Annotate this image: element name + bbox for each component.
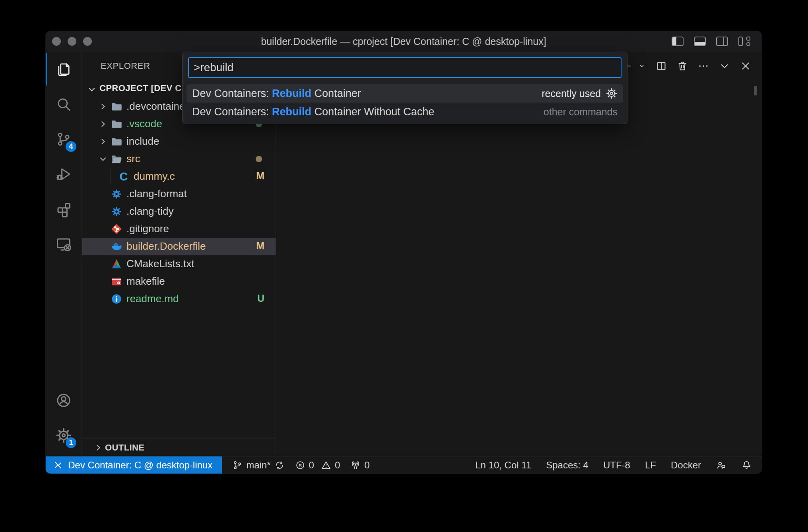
command-item[interactable]: Dev Containers: Rebuild Container recent… bbox=[186, 84, 623, 103]
folder-icon bbox=[111, 118, 122, 130]
file-label: src bbox=[126, 153, 140, 165]
git-status-badge: U bbox=[257, 293, 264, 304]
branch-status[interactable]: main* bbox=[232, 460, 284, 471]
warning-count: 0 bbox=[335, 460, 340, 471]
remote-explorer-icon bbox=[55, 236, 72, 252]
command-label: Dev Containers: Rebuild Container Withou… bbox=[192, 106, 434, 118]
file-label: .clang-tidy bbox=[126, 205, 174, 217]
chevron-down-small-icon[interactable] bbox=[637, 60, 647, 72]
ports-status[interactable]: 0 bbox=[350, 460, 369, 471]
file-label: builder.Dockerfile bbox=[126, 240, 206, 252]
activity-item-settings[interactable]: 1 bbox=[46, 418, 82, 453]
command-item[interactable]: Dev Containers: Rebuild Container Withou… bbox=[186, 103, 623, 121]
activity-item-explorer[interactable] bbox=[46, 52, 82, 87]
customize-layout-icon[interactable] bbox=[738, 37, 751, 46]
indentation[interactable]: Spaces: 4 bbox=[546, 460, 589, 471]
extensions-icon bbox=[55, 201, 72, 217]
tree-item-readme.md[interactable]: readme.mdU bbox=[82, 290, 276, 308]
file-label: dummy.c bbox=[134, 170, 175, 183]
file-label: .vscode bbox=[126, 118, 162, 130]
desktop-background: builder.Dockerfile — cproject [Dev Conta… bbox=[0, 0, 808, 532]
activity-item-extensions[interactable] bbox=[46, 192, 82, 227]
command-results: Dev Containers: Rebuild Container recent… bbox=[186, 84, 623, 121]
chevron-right-icon bbox=[98, 136, 108, 147]
tree-item-makefile[interactable]: makefile bbox=[82, 273, 276, 290]
sync-icon bbox=[274, 460, 285, 470]
cmake-icon bbox=[111, 258, 122, 270]
tree-item-CMakeLists.txt[interactable]: CMakeLists.txt bbox=[82, 255, 276, 273]
ports-icon bbox=[350, 460, 361, 470]
chevron-down-icon bbox=[98, 154, 108, 164]
status-bar-right: Ln 10, Col 11Spaces: 4UTF-8LFDocker bbox=[475, 460, 752, 471]
encoding[interactable]: UTF-8 bbox=[603, 460, 630, 471]
split-icon[interactable] bbox=[655, 60, 668, 72]
feedback-icon[interactable] bbox=[716, 460, 726, 470]
activity-bar-bottom: 1 bbox=[46, 383, 82, 453]
badge: 1 bbox=[66, 437, 76, 448]
tree-item-src[interactable]: src bbox=[82, 150, 276, 168]
ports-count: 0 bbox=[364, 460, 369, 471]
badge: 4 bbox=[66, 141, 76, 152]
files-icon bbox=[55, 61, 72, 78]
git-decoration-dot bbox=[256, 156, 262, 162]
command-input[interactable]: >rebuild bbox=[188, 57, 622, 78]
folder-icon bbox=[111, 136, 122, 148]
toggle-primary-sidebar-icon[interactable] bbox=[672, 37, 684, 46]
command-query: >rebuild bbox=[194, 61, 233, 74]
activity-item-remote-explorer[interactable] bbox=[46, 227, 82, 262]
language-mode[interactable]: Docker bbox=[671, 460, 701, 471]
remote-icon bbox=[53, 460, 63, 470]
gear-file-icon bbox=[111, 188, 122, 200]
chevron-right-icon bbox=[98, 119, 108, 129]
command-palette: >rebuild Dev Containers: Rebuild Contain… bbox=[182, 52, 627, 124]
file-label: .gitignore bbox=[126, 223, 169, 235]
file-label: CMakeLists.txt bbox=[126, 258, 194, 270]
indent-guide bbox=[111, 169, 111, 184]
file-label: makefile bbox=[126, 275, 165, 287]
vscode-window: builder.Dockerfile — cproject [Dev Conta… bbox=[46, 31, 761, 474]
tree-item-include[interactable]: include bbox=[82, 133, 276, 150]
chevron-right-icon bbox=[98, 101, 108, 112]
activity-item-search[interactable] bbox=[46, 87, 82, 122]
tree-item-.clang-tidy[interactable]: .clang-tidy bbox=[82, 203, 276, 220]
file-label: .clang-format bbox=[126, 188, 187, 200]
title-bar: builder.Dockerfile — cproject [Dev Conta… bbox=[46, 31, 761, 52]
configure-keybinding-gear-icon[interactable] bbox=[606, 87, 618, 99]
activity-item-source-control[interactable]: 4 bbox=[46, 122, 82, 157]
problems-status[interactable]: 00 bbox=[295, 460, 340, 471]
remote-indicator[interactable]: Dev Container: C @ desktop-linux bbox=[46, 456, 222, 474]
info-icon bbox=[111, 293, 122, 305]
c-icon: C bbox=[118, 171, 130, 183]
git-status-badge: M bbox=[256, 170, 264, 182]
tree-item-builder.Dockerfile[interactable]: builder.DockerfileM bbox=[82, 238, 276, 255]
activity-item-run-debug[interactable] bbox=[46, 157, 82, 192]
account-icon bbox=[55, 392, 72, 409]
git-status-badge: M bbox=[256, 240, 264, 252]
activity-item-accounts[interactable] bbox=[46, 383, 82, 418]
file-label: include bbox=[126, 135, 159, 148]
scrollbar-thumb[interactable] bbox=[754, 86, 757, 95]
eol[interactable]: LF bbox=[645, 460, 656, 471]
close-icon[interactable] bbox=[739, 60, 752, 72]
toggle-secondary-sidebar-icon[interactable] bbox=[716, 37, 728, 46]
gear-file-icon bbox=[111, 206, 122, 217]
debug-icon bbox=[55, 166, 72, 183]
activity-bar: 41 bbox=[46, 52, 82, 456]
cursor-position[interactable]: Ln 10, Col 11 bbox=[475, 460, 531, 471]
tree-item-.gitignore[interactable]: .gitignore bbox=[82, 220, 276, 238]
bell-icon[interactable] bbox=[741, 460, 752, 470]
trash-icon[interactable] bbox=[676, 60, 689, 72]
ellipsis-icon[interactable] bbox=[697, 60, 710, 72]
command-label: Dev Containers: Rebuild Container bbox=[192, 87, 361, 100]
outline-label: OUTLINE bbox=[105, 443, 144, 453]
branch-icon bbox=[232, 460, 243, 470]
outline-section-header[interactable]: OUTLINE bbox=[82, 439, 276, 456]
status-bar: Dev Container: C @ desktop-linuxmain*000… bbox=[46, 456, 761, 474]
layout-controls bbox=[672, 37, 751, 46]
makefile-icon bbox=[111, 276, 122, 287]
window-title: builder.Dockerfile — cproject [Dev Conta… bbox=[46, 31, 761, 52]
tree-item-.clang-format[interactable]: .clang-format bbox=[82, 185, 276, 203]
toggle-panel-icon[interactable] bbox=[694, 37, 706, 46]
tree-item-dummy.c[interactable]: Cdummy.cM bbox=[82, 168, 276, 185]
chevron-down-icon[interactable] bbox=[718, 60, 731, 72]
